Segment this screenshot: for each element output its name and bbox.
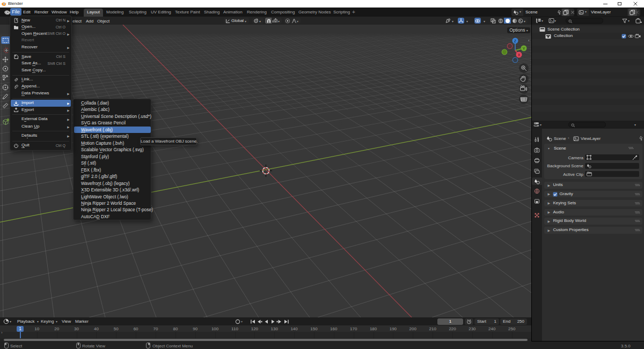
svg-text:Y: Y xyxy=(523,47,525,50)
svg-text:X: X xyxy=(518,53,521,57)
svg-text:Z: Z xyxy=(514,39,517,43)
